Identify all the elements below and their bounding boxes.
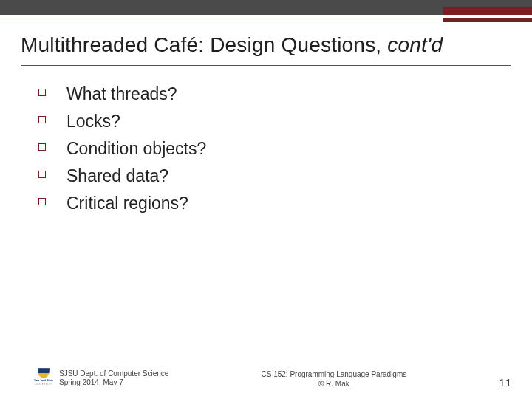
footer: San José State UNIVERSITY SJSU Dept. of … (35, 368, 511, 389)
bullet-text: Critical regions? (66, 192, 188, 215)
footer-left-line2: Spring 2014: May 7 (59, 378, 168, 388)
bullet-list: What threads? Locks? Condition objects? … (38, 83, 502, 219)
slide-title: Multithreaded Café: Design Questions, co… (21, 33, 511, 58)
square-bullet-icon (38, 89, 46, 96)
page-number: 11 (499, 376, 511, 389)
square-bullet-icon (38, 116, 46, 123)
list-item: Condition objects? (38, 137, 502, 160)
bullet-text: What threads? (66, 83, 177, 106)
footer-left-text: SJSU Dept. of Computer Science Spring 20… (59, 369, 168, 388)
footer-left-line1: SJSU Dept. of Computer Science (59, 369, 168, 379)
square-bullet-icon (38, 171, 46, 178)
bullet-text: Locks? (66, 110, 120, 133)
top-thinline-decor (0, 15, 532, 18)
square-bullet-icon (38, 198, 46, 205)
footer-center-line2: © R. Mak (261, 380, 406, 389)
list-item: What threads? (38, 83, 502, 106)
title-underline-decor (21, 65, 511, 66)
square-bullet-icon (38, 143, 46, 151)
list-item: Shared data? (38, 165, 502, 188)
footer-left: San José State UNIVERSITY SJSU Dept. of … (35, 368, 168, 389)
footer-center: CS 152: Programming Language Paradigms ©… (261, 370, 406, 389)
sjsu-logo-icon: San José State UNIVERSITY (35, 368, 52, 389)
list-item: Critical regions? (38, 192, 502, 215)
slide: Multithreaded Café: Design Questions, co… (0, 0, 532, 399)
slide-title-italic: cont'd (387, 33, 443, 56)
title-block: Multithreaded Café: Design Questions, co… (21, 33, 511, 66)
bullet-text: Shared data? (66, 165, 168, 188)
logo-label: San José State (34, 379, 53, 382)
list-item: Locks? (38, 110, 502, 133)
slide-title-main: Multithreaded Café: Design Questions, (21, 33, 387, 56)
footer-center-line1: CS 152: Programming Language Paradigms (261, 370, 406, 380)
bullet-text: Condition objects? (66, 137, 206, 160)
logo-sublabel: UNIVERSITY (35, 383, 52, 386)
